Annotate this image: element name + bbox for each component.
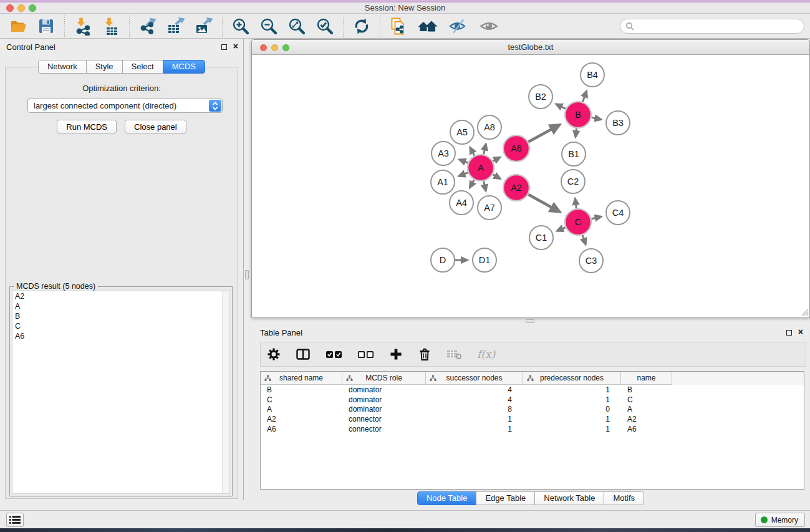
- table-row[interactable]: A6connector11A6: [261, 424, 804, 434]
- table-cell[interactable]: connector: [342, 425, 426, 433]
- table-row[interactable]: A2connector11A2: [261, 414, 804, 424]
- graph-edge-A-A2[interactable]: [493, 175, 500, 179]
- tab-network-table[interactable]: Network Table: [534, 491, 604, 505]
- table-cell[interactable]: connector: [342, 415, 426, 423]
- column-layout-icon[interactable]: [296, 347, 311, 361]
- close-panel-button[interactable]: Close panel: [125, 120, 186, 133]
- network-zoom-button[interactable]: [282, 44, 289, 51]
- table-cell[interactable]: 1: [523, 385, 621, 394]
- graph-edge-B-B1[interactable]: [576, 128, 577, 137]
- table-cell[interactable]: 0: [523, 405, 621, 414]
- table-cell[interactable]: 1: [523, 415, 621, 423]
- tab-mcds[interactable]: MCDS: [163, 60, 205, 74]
- mcds-result-item[interactable]: A6: [12, 331, 229, 341]
- graph-edge-C-C1[interactable]: [557, 228, 566, 231]
- search-input[interactable]: [620, 19, 804, 34]
- zoom-selected-icon[interactable]: [316, 17, 334, 36]
- graph-edge-A-A4[interactable]: [470, 180, 474, 188]
- network-minimize-button[interactable]: [271, 44, 278, 51]
- table-cell[interactable]: A: [621, 405, 672, 414]
- tab-select[interactable]: Select: [122, 60, 163, 74]
- table-cell[interactable]: 4: [426, 395, 523, 404]
- task-history-button[interactable]: [6, 513, 24, 527]
- horizontal-splitter-handle[interactable]: [526, 319, 534, 323]
- graph-edge-A6-B[interactable]: [528, 125, 559, 142]
- table-cell[interactable]: B: [261, 385, 342, 394]
- table-row[interactable]: Bdominator41B: [261, 385, 804, 395]
- tab-edge-table[interactable]: Edge Table: [476, 491, 535, 505]
- tab-network[interactable]: Network: [38, 60, 87, 74]
- graph-edge-A-A3[interactable]: [460, 160, 468, 163]
- network-canvas[interactable]: B4B2BB3A8A5A6A3B1AC2A1A2A4A7C4CC1C3DD1: [252, 55, 809, 317]
- table-settings-gear-icon[interactable]: [267, 347, 281, 361]
- delete-trash-icon[interactable]: [418, 347, 432, 361]
- unselect-all-columns-icon[interactable]: [357, 350, 374, 359]
- close-panel-icon[interactable]: ×: [798, 329, 803, 336]
- table-cell[interactable]: 1: [523, 425, 621, 433]
- table-cell[interactable]: 1: [426, 425, 523, 433]
- node-table[interactable]: shared nameMCDS rolesuccessor nodesprede…: [260, 371, 804, 490]
- table-cell[interactable]: 4: [426, 385, 523, 394]
- home-layout-icon[interactable]: [417, 17, 438, 36]
- float-panel-icon[interactable]: [221, 44, 227, 50]
- mcds-result-item[interactable]: C: [12, 321, 229, 331]
- graph-edge-A-A1[interactable]: [459, 173, 468, 177]
- column-header-successor-nodes[interactable]: successor nodes: [426, 372, 523, 385]
- table-cell[interactable]: dominator: [342, 395, 426, 404]
- column-header-shared-name[interactable]: shared name: [261, 372, 342, 385]
- graph-edge-A-A5[interactable]: [470, 147, 475, 155]
- clone-network-icon[interactable]: [389, 17, 408, 36]
- mcds-result-item[interactable]: A2: [12, 291, 229, 301]
- float-panel-icon[interactable]: [786, 330, 792, 336]
- column-header-MCDS-role[interactable]: MCDS role: [342, 372, 426, 385]
- table-cell[interactable]: A6: [621, 425, 672, 433]
- select-all-columns-icon[interactable]: [325, 350, 342, 359]
- zoom-in-icon[interactable]: [231, 17, 250, 36]
- table-cell[interactable]: A6: [261, 425, 342, 433]
- table-cell[interactable]: A: [261, 405, 342, 414]
- graph-edge-A-A8[interactable]: [484, 144, 486, 155]
- network-close-button[interactable]: [260, 44, 267, 51]
- export-network-icon[interactable]: [138, 17, 157, 36]
- column-header-predecessor-nodes[interactable]: predecessor nodes: [523, 372, 621, 385]
- import-network-icon[interactable]: [74, 17, 92, 36]
- network-window-titlebar[interactable]: testGlobe.txt: [252, 40, 809, 55]
- table-cell[interactable]: A2: [261, 415, 342, 423]
- graph-edge-A2-C[interactable]: [528, 195, 559, 212]
- export-table-icon[interactable]: [166, 17, 185, 36]
- table-cell[interactable]: 1: [523, 395, 621, 404]
- save-session-icon[interactable]: [37, 17, 55, 36]
- table-cell[interactable]: dominator: [342, 405, 426, 414]
- create-column-plus-icon[interactable]: [389, 347, 403, 361]
- graph-edge-B-B4[interactable]: [582, 91, 586, 102]
- show-all-icon[interactable]: [478, 17, 499, 36]
- table-cell[interactable]: B: [621, 385, 672, 394]
- table-cell[interactable]: C: [261, 395, 342, 404]
- table-row[interactable]: Cdominator41C: [261, 395, 804, 405]
- resize-grip-icon[interactable]: [801, 308, 809, 316]
- table-row[interactable]: Adominator80A: [261, 405, 804, 415]
- mcds-result-item[interactable]: B: [12, 311, 229, 321]
- hide-selected-icon[interactable]: [448, 17, 469, 36]
- table-cell[interactable]: A2: [621, 415, 672, 423]
- table-cell[interactable]: 1: [426, 415, 523, 423]
- vertical-splitter-handle[interactable]: [245, 270, 249, 279]
- table-cell[interactable]: dominator: [342, 385, 426, 394]
- mcds-result-item[interactable]: A: [12, 301, 229, 311]
- graph-edge-B-B3[interactable]: [592, 117, 602, 119]
- close-panel-icon[interactable]: ×: [233, 43, 238, 50]
- criterion-dropdown[interactable]: largest connected component (directed): [27, 99, 223, 113]
- export-image-icon[interactable]: [195, 17, 213, 36]
- import-table-icon[interactable]: [102, 17, 120, 36]
- zoom-fit-icon[interactable]: [287, 17, 306, 36]
- graph-edge-A-A7[interactable]: [484, 181, 486, 191]
- graph-edge-C-C3[interactable]: [582, 235, 586, 244]
- graph-edge-B-B2[interactable]: [556, 104, 566, 109]
- tab-motifs[interactable]: Motifs: [604, 491, 644, 505]
- graph-edge-C-C2[interactable]: [575, 198, 576, 208]
- table-cell[interactable]: C: [621, 395, 672, 404]
- open-session-icon[interactable]: [9, 17, 27, 36]
- graph-edge-A-A6[interactable]: [493, 157, 500, 161]
- tab-node-table[interactable]: Node Table: [417, 491, 477, 505]
- refresh-icon[interactable]: [352, 17, 371, 36]
